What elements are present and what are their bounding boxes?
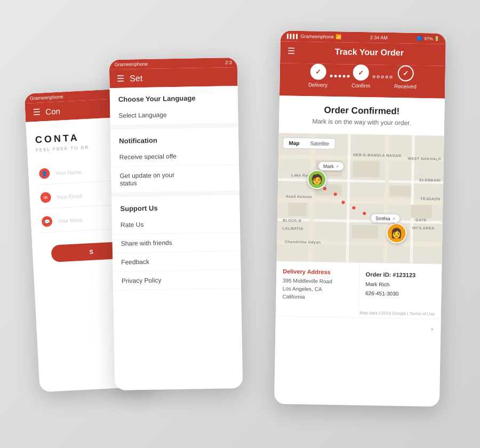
delivery-address-title: Delivery Address <box>283 268 353 275</box>
map-label-4: TEJGAON <box>420 197 440 201</box>
map-tabs: Map Satellite <box>283 137 335 149</box>
contact-header-title: Con <box>45 107 60 116</box>
message-icon: 💬 <box>42 216 53 227</box>
map-label-ikis: IKI'S AREA <box>412 226 435 230</box>
track-carrier: ▌▌▌▌ Grameenphone 📶 <box>287 34 341 40</box>
map-label-block: BLOCK-B <box>283 218 302 222</box>
special-offers-item[interactable]: Receive special offe <box>111 146 239 167</box>
sinthia-pin-label: Sinthia <box>375 215 390 221</box>
name-placeholder: Your Name <box>55 169 82 176</box>
settings-body: Choose Your Language Select Language Not… <box>110 86 242 291</box>
map-tab-satellite[interactable]: Satellite <box>305 138 334 149</box>
delivery-step: ✓ Delivery <box>308 63 328 88</box>
message-placeholder: Your Mess <box>58 217 83 223</box>
map-block-6 <box>351 225 378 239</box>
order-confirmed-title: Order Confirmed! <box>287 105 436 118</box>
route-dot-1 <box>323 187 326 190</box>
support-section-title: Support Us <box>111 195 240 216</box>
battery-indicator: 97% 🔋 <box>425 36 439 41</box>
language-section-title: Choose Your Language <box>110 86 238 107</box>
map-label-chandri: Chandrima Udyan <box>285 240 321 244</box>
mark-pin-label: Mark <box>323 163 334 169</box>
chevron-row: › <box>275 316 441 338</box>
delivery-address-section: Delivery Address 395 Middleville Road Lo… <box>276 261 359 308</box>
map-block-2 <box>353 161 380 178</box>
name-icon: 👤 <box>39 168 50 179</box>
route-dot-3 <box>341 201 345 204</box>
map-label-2: WEST NAKHALP <box>408 157 442 161</box>
feedback-item[interactable]: Feedback <box>113 251 241 272</box>
delivery-step-circle: ✓ <box>310 63 326 80</box>
order-name: Mark Rich <box>365 279 435 290</box>
privacy-policy-item[interactable]: Privacy Policy <box>113 270 242 291</box>
rate-us-item[interactable]: Rate Us <box>112 214 241 235</box>
confirm-step: ✓ Confirm <box>351 65 371 89</box>
track-header-title: Track Your Order <box>300 46 438 58</box>
map-block-7 <box>411 205 432 219</box>
track-phone: ▌▌▌▌ Grameenphone 📶 2:34 AM 🔵 97% 🔋 ☰ Tr… <box>274 30 446 406</box>
map-label-lalmatia: LALMATIA <box>283 226 303 230</box>
sinthia-pin-close[interactable]: × <box>392 215 395 221</box>
order-phone: 626-451-3030 <box>365 289 435 299</box>
settings-hamburger-icon[interactable]: ☰ <box>117 74 124 84</box>
track-time: 2:34 AM <box>370 35 388 41</box>
settings-header-title: Set <box>130 74 142 83</box>
chevron-right-icon[interactable]: › <box>431 324 434 333</box>
map-tab-map[interactable]: Map <box>283 138 305 148</box>
map-block-4 <box>390 186 411 197</box>
order-id: Order ID: #123123 <box>366 269 436 281</box>
notification-section-title: Notification <box>110 127 239 148</box>
map-label-asad: Asad Avenue <box>286 195 312 199</box>
map-area[interactable]: HER-E-BANGLA NAGAR WEST NAKHALP ELENBARI… <box>277 133 444 263</box>
update-status-item[interactable]: Get update on yourstatus <box>111 165 239 193</box>
map-block-5 <box>288 203 307 217</box>
hamburger-icon[interactable]: ☰ <box>33 107 41 118</box>
track-status-icons: 🔵 97% 🔋 <box>417 36 439 42</box>
received-step-label: Received <box>394 83 417 90</box>
sinthia-pin: Sinthia × <box>371 213 401 223</box>
order-confirmed-section: Order Confirmed! Mark is on the way with… <box>279 95 445 135</box>
settings-time: 2:3 <box>225 60 232 65</box>
route-dot-4 <box>352 206 355 210</box>
received-step-circle: ✓ <box>397 65 414 82</box>
track-header: ☰ Track Your Order <box>280 41 446 66</box>
order-confirmed-subtitle: Mark is on the way with your order. <box>287 117 436 127</box>
share-friends-item[interactable]: Share with friends <box>112 233 241 253</box>
delivery-info: Delivery Address 395 Middleville Road Lo… <box>276 261 442 309</box>
bluetooth-icon: 🔵 <box>417 36 422 41</box>
map-label-3: ELENBARI <box>419 178 441 182</box>
settings-carrier: Grameenphone <box>115 61 148 67</box>
order-info-section: Order ID: #123123 Mark Rich 626-451-3030 <box>359 263 442 310</box>
email-icon: ✉ <box>40 192 51 203</box>
dots-1 <box>330 75 349 89</box>
email-placeholder: Your Email <box>56 193 82 199</box>
mark-pin-close[interactable]: × <box>336 163 339 169</box>
route-dot-5 <box>363 212 366 215</box>
track-hamburger-icon[interactable]: ☰ <box>287 46 295 56</box>
dots-2 <box>372 75 392 89</box>
settings-phone: Grameenphone 2:3 ☰ Set Choose Your Langu… <box>109 58 243 390</box>
progress-steps: ✓ Delivery ✓ Confirm ✓ <box>279 63 445 98</box>
mark-pin: Mark × <box>318 162 344 171</box>
select-language-item[interactable]: Select Language <box>110 105 238 125</box>
delivery-address-text: 395 Middleville Road Los Angeles, CA Cal… <box>282 276 352 301</box>
settings-header: ☰ Set <box>109 67 238 88</box>
confirm-step-circle: ✓ <box>353 65 370 81</box>
contact-carrier: Grameenphone <box>30 94 63 101</box>
delivery-step-label: Delivery <box>308 82 327 88</box>
confirm-step-label: Confirm <box>351 83 370 89</box>
route-dot-2 <box>334 193 337 196</box>
map-label-gate: GATE <box>415 218 427 222</box>
received-step: ✓ Received <box>394 65 417 90</box>
scene: Grameenphone 2:3 ☰ Con CONTA FEEL FREE T… <box>21 16 459 432</box>
